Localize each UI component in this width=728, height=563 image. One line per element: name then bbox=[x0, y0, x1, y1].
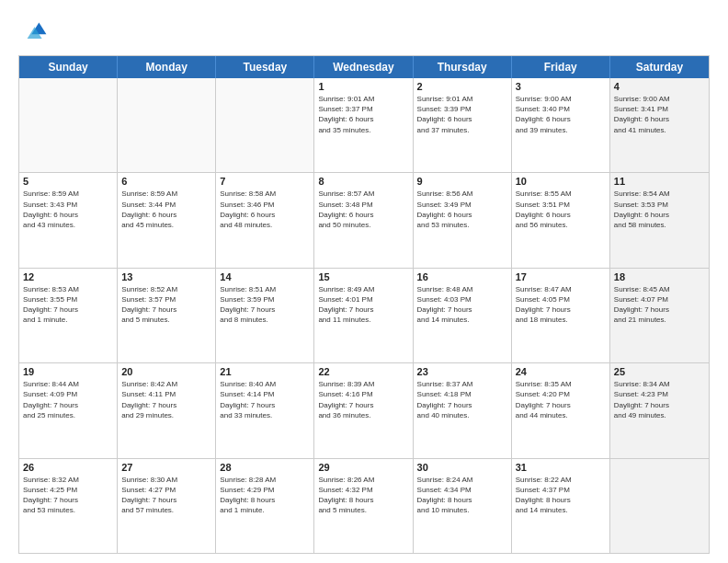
day-cell: 6Sunrise: 8:59 AMSunset: 3:44 PMDaylight… bbox=[118, 173, 216, 267]
day-info: Sunrise: 8:28 AMSunset: 4:29 PMDaylight:… bbox=[220, 475, 310, 516]
day-info: Sunrise: 8:59 AMSunset: 3:44 PMDaylight:… bbox=[121, 189, 211, 230]
page: SundayMondayTuesdayWednesdayThursdayFrid… bbox=[0, 0, 728, 563]
day-info: Sunrise: 8:24 AMSunset: 4:34 PMDaylight:… bbox=[417, 475, 507, 516]
day-number: 29 bbox=[318, 462, 408, 473]
day-info: Sunrise: 8:34 AMSunset: 4:23 PMDaylight:… bbox=[614, 379, 705, 420]
day-info: Sunrise: 8:57 AMSunset: 3:48 PMDaylight:… bbox=[318, 189, 408, 230]
day-cell: 24Sunrise: 8:35 AMSunset: 4:20 PMDayligh… bbox=[512, 363, 610, 457]
day-info: Sunrise: 8:30 AMSunset: 4:27 PMDaylight:… bbox=[121, 475, 211, 516]
day-number: 13 bbox=[121, 271, 211, 282]
day-number: 3 bbox=[516, 81, 606, 92]
day-cell: 23Sunrise: 8:37 AMSunset: 4:18 PMDayligh… bbox=[414, 363, 512, 457]
day-number: 15 bbox=[318, 271, 408, 282]
day-number: 28 bbox=[220, 462, 310, 473]
day-info: Sunrise: 8:35 AMSunset: 4:20 PMDaylight:… bbox=[516, 379, 606, 420]
day-cell: 18Sunrise: 8:45 AMSunset: 4:07 PMDayligh… bbox=[610, 269, 709, 362]
day-cell: 31Sunrise: 8:22 AMSunset: 4:37 PMDayligh… bbox=[512, 459, 610, 553]
calendar-row: 19Sunrise: 8:44 AMSunset: 4:09 PMDayligh… bbox=[19, 363, 709, 458]
day-info: Sunrise: 9:00 AMSunset: 3:41 PMDaylight:… bbox=[614, 94, 705, 135]
day-cell: 19Sunrise: 8:44 AMSunset: 4:09 PMDayligh… bbox=[19, 363, 118, 457]
day-info: Sunrise: 8:22 AMSunset: 4:37 PMDaylight:… bbox=[516, 475, 606, 516]
day-info: Sunrise: 8:44 AMSunset: 4:09 PMDaylight:… bbox=[23, 379, 113, 420]
calendar-row: 26Sunrise: 8:32 AMSunset: 4:25 PMDayligh… bbox=[19, 459, 709, 553]
day-info: Sunrise: 9:01 AMSunset: 3:37 PMDaylight:… bbox=[318, 94, 408, 135]
weekday-header: Friday bbox=[512, 56, 610, 78]
day-number: 17 bbox=[516, 271, 606, 282]
day-number: 1 bbox=[318, 81, 408, 92]
day-cell: 1Sunrise: 9:01 AMSunset: 3:37 PMDaylight… bbox=[314, 78, 413, 172]
weekday-header: Thursday bbox=[414, 56, 512, 78]
calendar-row: 12Sunrise: 8:53 AMSunset: 3:55 PMDayligh… bbox=[19, 269, 709, 363]
day-cell: 8Sunrise: 8:57 AMSunset: 3:48 PMDaylight… bbox=[314, 173, 413, 267]
day-cell: 29Sunrise: 8:26 AMSunset: 4:32 PMDayligh… bbox=[314, 459, 413, 553]
day-number: 22 bbox=[318, 366, 408, 377]
day-cell: 28Sunrise: 8:28 AMSunset: 4:29 PMDayligh… bbox=[216, 459, 314, 553]
weekday-header: Tuesday bbox=[216, 56, 314, 78]
day-number: 26 bbox=[23, 462, 113, 473]
calendar-row: 1Sunrise: 9:01 AMSunset: 3:37 PMDaylight… bbox=[19, 78, 709, 173]
day-info: Sunrise: 8:51 AMSunset: 3:59 PMDaylight:… bbox=[220, 284, 310, 326]
day-number: 9 bbox=[417, 176, 507, 187]
day-info: Sunrise: 8:42 AMSunset: 4:11 PMDaylight:… bbox=[121, 379, 211, 420]
day-number: 12 bbox=[23, 271, 113, 282]
day-number: 5 bbox=[23, 176, 113, 187]
day-info: Sunrise: 8:45 AMSunset: 4:07 PMDaylight:… bbox=[614, 284, 705, 326]
day-info: Sunrise: 9:01 AMSunset: 3:39 PMDaylight:… bbox=[417, 94, 507, 135]
day-info: Sunrise: 8:54 AMSunset: 3:53 PMDaylight:… bbox=[614, 189, 705, 230]
day-cell: 5Sunrise: 8:59 AMSunset: 3:43 PMDaylight… bbox=[19, 173, 118, 267]
day-number: 4 bbox=[614, 81, 705, 92]
calendar-row: 5Sunrise: 8:59 AMSunset: 3:43 PMDaylight… bbox=[19, 173, 709, 268]
day-number: 16 bbox=[417, 271, 507, 282]
empty-cell bbox=[118, 78, 216, 172]
day-info: Sunrise: 8:40 AMSunset: 4:14 PMDaylight:… bbox=[220, 379, 310, 420]
day-info: Sunrise: 8:56 AMSunset: 3:49 PMDaylight:… bbox=[417, 189, 507, 230]
day-cell: 7Sunrise: 8:58 AMSunset: 3:46 PMDaylight… bbox=[216, 173, 314, 267]
day-info: Sunrise: 8:49 AMSunset: 4:01 PMDaylight:… bbox=[318, 284, 408, 326]
weekday-header: Wednesday bbox=[314, 56, 413, 78]
day-number: 11 bbox=[614, 176, 705, 187]
day-number: 21 bbox=[220, 366, 310, 377]
logo bbox=[18, 17, 51, 46]
header bbox=[18, 17, 710, 46]
day-cell: 10Sunrise: 8:55 AMSunset: 3:51 PMDayligh… bbox=[512, 173, 610, 267]
day-number: 10 bbox=[516, 176, 606, 187]
day-cell: 15Sunrise: 8:49 AMSunset: 4:01 PMDayligh… bbox=[314, 269, 413, 362]
day-cell: 26Sunrise: 8:32 AMSunset: 4:25 PMDayligh… bbox=[19, 459, 118, 553]
empty-cell bbox=[610, 459, 709, 553]
day-cell: 30Sunrise: 8:24 AMSunset: 4:34 PMDayligh… bbox=[414, 459, 512, 553]
weekday-header: Monday bbox=[118, 56, 216, 78]
calendar-body: 1Sunrise: 9:01 AMSunset: 3:37 PMDaylight… bbox=[19, 78, 709, 553]
day-info: Sunrise: 8:55 AMSunset: 3:51 PMDaylight:… bbox=[516, 189, 606, 230]
day-cell: 2Sunrise: 9:01 AMSunset: 3:39 PMDaylight… bbox=[414, 78, 512, 172]
day-number: 31 bbox=[516, 462, 606, 473]
day-number: 27 bbox=[121, 462, 211, 473]
day-info: Sunrise: 8:39 AMSunset: 4:16 PMDaylight:… bbox=[318, 379, 408, 420]
weekday-header: Sunday bbox=[19, 56, 118, 78]
day-info: Sunrise: 8:59 AMSunset: 3:43 PMDaylight:… bbox=[23, 189, 113, 230]
day-number: 19 bbox=[23, 366, 113, 377]
day-info: Sunrise: 8:53 AMSunset: 3:55 PMDaylight:… bbox=[23, 284, 113, 326]
day-info: Sunrise: 8:48 AMSunset: 4:03 PMDaylight:… bbox=[417, 284, 507, 326]
calendar-header: SundayMondayTuesdayWednesdayThursdayFrid… bbox=[19, 56, 709, 78]
calendar: SundayMondayTuesdayWednesdayThursdayFrid… bbox=[18, 55, 710, 554]
day-number: 24 bbox=[516, 366, 606, 377]
day-number: 8 bbox=[318, 176, 408, 187]
day-number: 25 bbox=[614, 366, 705, 377]
empty-cell bbox=[216, 78, 314, 172]
day-number: 20 bbox=[121, 366, 211, 377]
day-number: 18 bbox=[614, 271, 705, 282]
day-info: Sunrise: 9:00 AMSunset: 3:40 PMDaylight:… bbox=[516, 94, 606, 135]
day-cell: 27Sunrise: 8:30 AMSunset: 4:27 PMDayligh… bbox=[118, 459, 216, 553]
day-cell: 13Sunrise: 8:52 AMSunset: 3:57 PMDayligh… bbox=[118, 269, 216, 362]
day-cell: 4Sunrise: 9:00 AMSunset: 3:41 PMDaylight… bbox=[610, 78, 709, 172]
day-number: 6 bbox=[121, 176, 211, 187]
day-info: Sunrise: 8:58 AMSunset: 3:46 PMDaylight:… bbox=[220, 189, 310, 230]
day-cell: 12Sunrise: 8:53 AMSunset: 3:55 PMDayligh… bbox=[19, 269, 118, 362]
day-cell: 22Sunrise: 8:39 AMSunset: 4:16 PMDayligh… bbox=[314, 363, 413, 457]
day-number: 7 bbox=[220, 176, 310, 187]
weekday-header: Saturday bbox=[610, 56, 709, 78]
day-cell: 25Sunrise: 8:34 AMSunset: 4:23 PMDayligh… bbox=[610, 363, 709, 457]
day-info: Sunrise: 8:32 AMSunset: 4:25 PMDaylight:… bbox=[23, 475, 113, 516]
day-info: Sunrise: 8:47 AMSunset: 4:05 PMDaylight:… bbox=[516, 284, 606, 326]
day-cell: 21Sunrise: 8:40 AMSunset: 4:14 PMDayligh… bbox=[216, 363, 314, 457]
